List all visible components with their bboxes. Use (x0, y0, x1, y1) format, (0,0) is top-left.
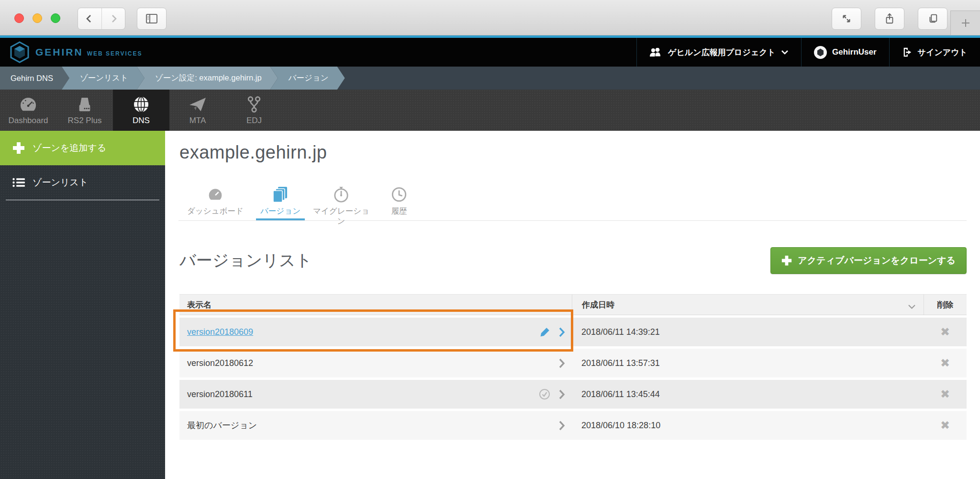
column-header-label: 作成日時 (582, 299, 614, 310)
share-button[interactable] (875, 8, 904, 30)
user-avatar (814, 46, 827, 59)
created-at: 2018/06/11 13:57:31 (572, 349, 924, 377)
gehirn-logo[interactable]: GEHIRNWEB SERVICES (0, 38, 143, 67)
browser-titlebar (0, 0, 980, 35)
chevron-right-icon[interactable] (559, 421, 565, 431)
chevron-left-icon (84, 13, 95, 24)
sidebar: ゾーンを追加する ゾーンリスト (0, 131, 165, 479)
list-icon (12, 178, 25, 187)
breadcrumb-item-zone-list[interactable]: ゾーンリスト (62, 67, 145, 90)
chevron-right-icon[interactable] (559, 358, 565, 368)
active-check-circle-icon (539, 388, 550, 400)
sort-chevron-icon[interactable] (908, 302, 916, 312)
gehirn-hexagon-icon (10, 41, 30, 63)
breadcrumb-item-gehirn-dns[interactable]: Gehirn DNS (0, 67, 69, 90)
zoom-window-button[interactable] (51, 13, 60, 23)
tab-history[interactable]: 履歴 (373, 184, 425, 216)
gauge-icon (19, 95, 37, 113)
stopwatch-icon (310, 185, 373, 204)
edit-pencil-icon[interactable] (540, 327, 550, 337)
window-controls (14, 13, 60, 23)
nav-item-dns[interactable]: DNS (113, 90, 169, 131)
plus-icon (960, 18, 971, 28)
table-row: 最初のバージョン 2018/06/10 18:28:10 ✖ (179, 411, 967, 440)
nav-item-dashboard[interactable]: Dashboard (0, 90, 56, 131)
breadcrumb-label: Gehirn DNS (11, 74, 53, 83)
main-content: example.gehirn.jp ダッシュボード (165, 131, 980, 479)
add-zone-button[interactable]: ゾーンを追加する (0, 131, 165, 165)
back-button[interactable] (78, 8, 101, 29)
forward-button[interactable] (101, 8, 125, 29)
tab-label: バージョン (251, 206, 310, 216)
nav-item-mta[interactable]: MTA (169, 90, 226, 131)
created-at: 2018/06/11 13:45:44 (572, 380, 924, 409)
table-row: version20180609 2018/06/11 14:39:21 ✖ (179, 318, 967, 346)
tab-migration[interactable]: マイグレーション (310, 184, 373, 226)
delete-version-button[interactable]: ✖ (940, 388, 950, 401)
user-menu[interactable]: GehirnUser (801, 38, 889, 67)
nav-label: MTA (189, 116, 206, 125)
delete-version-button[interactable]: ✖ (940, 325, 950, 339)
version-name-link[interactable]: version20180609 (187, 327, 253, 337)
avatar-hexagon-icon (817, 48, 824, 57)
delete-version-button[interactable]: ✖ (940, 419, 950, 432)
clone-active-version-button[interactable]: アクティブバージョンをクローンする (770, 247, 967, 274)
tabs-divider (178, 220, 967, 221)
sidebar-divider (6, 200, 159, 200)
server-icon (76, 95, 93, 113)
delete-version-button[interactable]: ✖ (940, 356, 950, 370)
breadcrumb-label: ゾーン設定: example.gehirn.jp (155, 73, 262, 83)
nav-label: DNS (133, 116, 150, 125)
column-header-created[interactable]: 作成日時 (572, 295, 924, 315)
nav-label: EDJ (246, 116, 262, 125)
zone-title: example.gehirn.jp (179, 142, 967, 163)
add-zone-label: ゾーンを追加する (33, 142, 106, 154)
version-name: version20180612 (187, 358, 253, 368)
nav-item-edj[interactable]: EDJ (226, 90, 282, 131)
minimize-window-button[interactable] (33, 13, 42, 23)
chevron-right-icon[interactable] (559, 327, 565, 337)
clone-button-label: アクティブバージョンをクローンする (798, 254, 956, 267)
project-name: ゲヒルン広報用プロジェクト (668, 47, 776, 58)
nav-item-rs2-plus[interactable]: RS2 Plus (56, 90, 113, 131)
globe-icon (133, 95, 150, 113)
new-tab-button[interactable] (950, 11, 980, 35)
breadcrumb-label: バージョン (289, 73, 329, 83)
signout-button[interactable]: サインアウト (889, 38, 980, 67)
created-at: 2018/06/11 14:39:21 (572, 318, 924, 346)
fullscreen-icon (841, 13, 852, 24)
column-header-delete: 削除 (924, 295, 967, 315)
tab-version[interactable]: バージョン (251, 184, 310, 216)
plus-icon (781, 255, 792, 266)
nav-label: RS2 Plus (68, 116, 102, 125)
section-title: バージョンリスト (179, 250, 312, 272)
people-icon (649, 48, 663, 57)
services-nav: Dashboard RS2 Plus DNS (0, 90, 980, 131)
signout-icon (902, 47, 913, 57)
user-name: GehirnUser (832, 47, 877, 57)
chevron-down-icon (781, 50, 789, 55)
tab-label: 履歴 (373, 206, 425, 216)
zone-list-label: ゾーンリスト (33, 176, 88, 189)
fullscreen-button[interactable] (832, 8, 861, 30)
close-window-button[interactable] (14, 13, 24, 23)
chevron-right-icon (108, 13, 119, 24)
version-name: version20180611 (187, 389, 253, 399)
sidebar-icon (145, 13, 158, 24)
paper-plane-icon (189, 95, 207, 113)
tab-dashboard[interactable]: ダッシュボード (179, 184, 251, 216)
version-name: 最初のバージョン (187, 420, 257, 431)
share-icon (884, 12, 895, 25)
breadcrumb-item-version[interactable]: バージョン (270, 67, 345, 90)
gauge-icon (179, 185, 251, 204)
clock-icon (373, 185, 425, 204)
sidebar-item-zone-list[interactable]: ゾーンリスト (0, 165, 165, 200)
breadcrumb-item-zone-settings[interactable]: ゾーン設定: example.gehirn.jp (137, 67, 278, 90)
tab-label: マイグレーション (310, 206, 373, 226)
stacked-pages-icon (251, 185, 310, 204)
project-switcher[interactable]: ゲヒルン広報用プロジェクト (636, 38, 801, 67)
show-tabs-button[interactable] (918, 8, 947, 30)
toggle-sidebar-button[interactable] (137, 8, 167, 30)
signout-label: サインアウト (918, 47, 968, 58)
chevron-right-icon[interactable] (559, 389, 565, 399)
